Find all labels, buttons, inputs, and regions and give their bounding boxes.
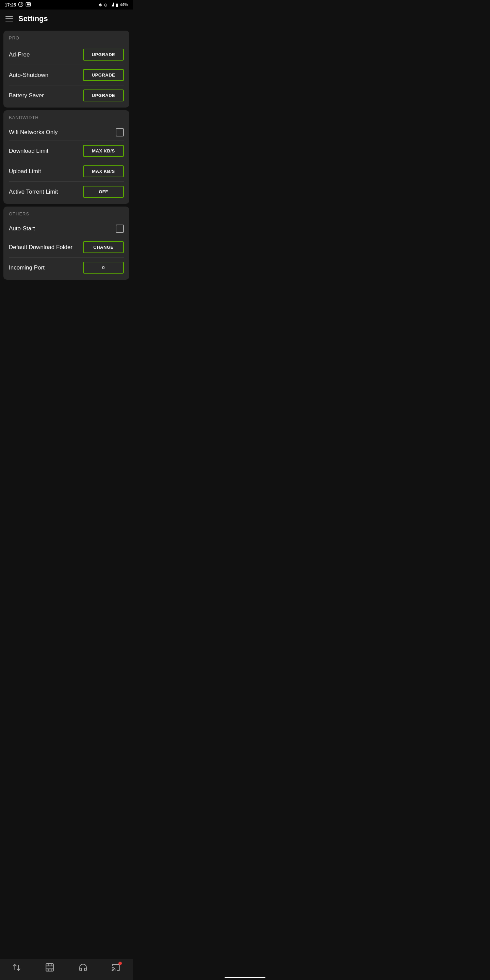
page-title: Settings <box>18 14 48 23</box>
upload-limit-button[interactable]: MAX KB/S <box>83 165 124 177</box>
bluetooth-icon: ✱ <box>98 2 102 8</box>
others-section-title: OTHERS <box>9 211 124 216</box>
menu-button[interactable] <box>5 16 13 21</box>
bandwidth-section: BANDWIDTH Wifi Networks Only Download Li… <box>3 110 129 204</box>
auto-start-row: Auto-Start <box>9 221 124 237</box>
default-download-folder-label: Default Download Folder <box>9 244 73 251</box>
battery-saver-row: Battery Saver UPGRADE <box>9 86 124 103</box>
status-bar-right: ✱ ⊖ ▮ 44% <box>98 2 128 8</box>
wifi-only-label: Wifi Networks Only <box>9 129 58 136</box>
auto-shutdown-upgrade-button[interactable]: UPGRADE <box>83 69 124 81</box>
download-limit-label: Download Limit <box>9 148 48 154</box>
ad-free-label: Ad-Free <box>9 51 30 58</box>
ad-free-upgrade-button[interactable]: UPGRADE <box>83 49 124 60</box>
svg-marker-4 <box>111 2 114 6</box>
wifi-only-checkbox[interactable] <box>116 128 124 137</box>
svg-text:↺: ↺ <box>20 3 22 6</box>
main-content: PRO Ad-Free UPGRADE Auto-Shutdown UPGRAD… <box>0 30 133 313</box>
ad-free-row: Ad-Free UPGRADE <box>9 45 124 65</box>
incoming-port-button[interactable]: 0 <box>83 262 124 274</box>
pro-section-title: PRO <box>9 35 124 40</box>
battery-percent: 44% <box>120 2 128 7</box>
battery-saver-label: Battery Saver <box>9 92 44 99</box>
upload-limit-label: Upload Limit <box>9 168 41 175</box>
bandwidth-section-title: BANDWIDTH <box>9 115 124 120</box>
notification-icon-2 <box>25 2 31 8</box>
auto-start-label: Auto-Start <box>9 225 35 232</box>
pro-section: PRO Ad-Free UPGRADE Auto-Shutdown UPGRAD… <box>3 30 129 108</box>
app-header: Settings <box>0 10 133 28</box>
signal-icon <box>109 2 114 8</box>
hamburger-line-3 <box>5 21 13 21</box>
status-bar: 17:25 ↺ ✱ ⊖ ▮ 44% <box>0 0 133 10</box>
default-download-folder-button[interactable]: CHANGE <box>83 241 124 253</box>
svg-rect-3 <box>27 3 30 5</box>
hamburger-line-1 <box>5 16 13 17</box>
upload-limit-row: Upload Limit MAX KB/S <box>9 161 124 182</box>
active-torrent-limit-button[interactable]: OFF <box>83 186 124 198</box>
battery-saver-upgrade-button[interactable]: UPGRADE <box>83 89 124 102</box>
active-torrent-limit-row: Active Torrent Limit OFF <box>9 182 124 199</box>
status-bar-left: 17:25 ↺ <box>5 2 31 8</box>
auto-start-checkbox[interactable] <box>116 224 124 233</box>
do-not-disturb-icon: ⊖ <box>104 2 108 8</box>
incoming-port-row: Incoming Port 0 <box>9 258 124 275</box>
status-time: 17:25 <box>5 2 16 8</box>
incoming-port-label: Incoming Port <box>9 264 45 271</box>
download-limit-button[interactable]: MAX KB/S <box>83 145 124 157</box>
default-download-folder-row: Default Download Folder CHANGE <box>9 237 124 258</box>
notification-icon-1: ↺ <box>18 2 24 8</box>
auto-shutdown-label: Auto-Shutdown <box>9 72 48 79</box>
battery-icon: ▮ <box>116 2 118 8</box>
auto-shutdown-row: Auto-Shutdown UPGRADE <box>9 65 124 86</box>
download-limit-row: Download Limit MAX KB/S <box>9 141 124 161</box>
wifi-only-row: Wifi Networks Only <box>9 124 124 141</box>
others-section: OTHERS Auto-Start Default Download Folde… <box>3 207 129 280</box>
active-torrent-limit-label: Active Torrent Limit <box>9 189 58 195</box>
hamburger-line-2 <box>5 18 13 19</box>
